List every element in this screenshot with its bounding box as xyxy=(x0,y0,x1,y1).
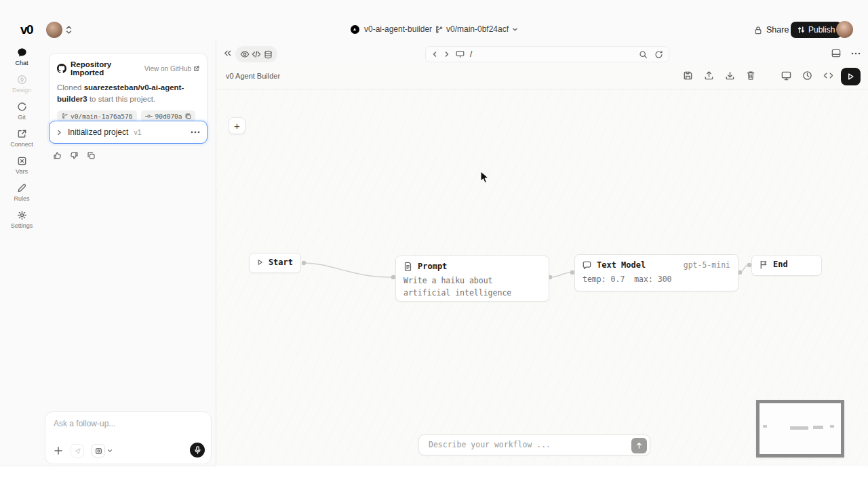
view-on-github-link[interactable]: View on GitHub xyxy=(144,65,199,73)
collapse-panel-icon[interactable] xyxy=(223,49,232,58)
add-node-button[interactable]: + xyxy=(229,117,245,134)
node-text-model[interactable]: Text Model gpt-5-mini temp: 0.7 max: 300 xyxy=(574,254,738,291)
url-path: / xyxy=(470,49,472,59)
branch-selector[interactable]: v0/main-0bf24acf xyxy=(434,24,518,34)
lock-icon xyxy=(754,26,762,35)
commit-badge[interactable]: 90d070a xyxy=(141,110,195,121)
view-mode-toggle xyxy=(235,46,277,62)
node-title: Prompt xyxy=(418,262,447,271)
project-name: v0-ai-agent-builder xyxy=(364,24,432,34)
export-icon[interactable] xyxy=(704,70,714,81)
layout-panel-icon[interactable] xyxy=(831,49,841,58)
left-rail: Chat Design Git Connect Vars Rules Setti… xyxy=(0,41,43,466)
chat-bubble-icon xyxy=(583,261,591,270)
sidebar-item-design[interactable]: Design xyxy=(0,75,43,94)
sidebar-item-connect[interactable]: Connect xyxy=(0,129,43,148)
code-icon[interactable] xyxy=(823,71,833,80)
preview-eye-icon[interactable] xyxy=(240,49,250,59)
user-avatar[interactable] xyxy=(836,21,853,38)
publish-button[interactable]: Publish xyxy=(791,22,842,38)
git-icon xyxy=(0,102,43,112)
trash-icon[interactable] xyxy=(746,70,755,81)
app-window: v0 v0-ai-agent-builder v0/main-0bf24acf … xyxy=(0,0,868,466)
publish-label: Publish xyxy=(808,25,835,35)
node-prompt-text: Write a haiku about artificial intellige… xyxy=(396,275,549,306)
minimap[interactable] xyxy=(756,400,844,458)
nav-forward-icon[interactable] xyxy=(443,51,450,58)
v0-logo[interactable]: v0 xyxy=(20,22,33,37)
branch-badge[interactable]: v0/main-1a76a576 xyxy=(57,110,137,121)
design-mode-icon[interactable] xyxy=(71,444,84,458)
run-workflow-button[interactable] xyxy=(841,68,861,85)
workflow-send-button[interactable] xyxy=(631,438,647,453)
url-bar[interactable]: / xyxy=(425,46,669,62)
attach-plus-icon[interactable] xyxy=(54,446,63,455)
github-icon xyxy=(57,64,66,73)
node-title: End xyxy=(773,260,788,269)
database-icon[interactable] xyxy=(264,50,273,59)
node-model-name: gpt-5-mini xyxy=(684,260,730,270)
connect-icon xyxy=(0,129,43,139)
builder-header: v0 Agent Builder xyxy=(216,64,868,89)
team-switcher-icon[interactable] xyxy=(66,25,72,35)
feedback-row xyxy=(53,151,96,160)
preview-pane: / v0 Agent Builder xyxy=(216,41,868,466)
node-prompt[interactable]: Prompt Write a haiku about artificial in… xyxy=(395,256,549,302)
node-title: Start xyxy=(269,258,293,267)
thumbs-down-icon[interactable] xyxy=(70,151,79,160)
sidebar-item-git[interactable]: Git xyxy=(0,102,43,121)
repo-card-body: Cloned suarezesteban/v0-ai-agent-builder… xyxy=(57,82,199,104)
node-start[interactable]: Start xyxy=(249,253,301,273)
chat-input-container xyxy=(45,411,212,464)
document-icon xyxy=(403,262,412,271)
repo-card-title: Repository Imported xyxy=(71,60,140,77)
commit-icon xyxy=(145,113,153,119)
team-avatar[interactable] xyxy=(46,22,62,38)
screen-icon[interactable] xyxy=(456,50,465,58)
node-end[interactable]: End xyxy=(751,255,822,276)
preview-toolbar: / xyxy=(216,46,868,64)
nav-back-icon[interactable] xyxy=(431,51,438,58)
repository-imported-card: Repository Imported View on GitHub Clone… xyxy=(49,53,208,129)
minimap-node xyxy=(790,426,808,430)
code-view-icon[interactable] xyxy=(252,50,261,58)
builder-title: v0 Agent Builder xyxy=(226,72,280,80)
project-switcher[interactable]: v0-ai-agent-builder xyxy=(351,24,432,34)
branch-name: v0/main-0bf24acf xyxy=(446,24,509,34)
chevron-down-icon xyxy=(107,448,113,453)
version-card-initialized-project[interactable]: Initialized project v1 xyxy=(49,121,208,144)
workflow-canvas[interactable]: + Start xyxy=(216,89,868,466)
node-model-params: temp: 0.7 max: 300 xyxy=(575,274,738,292)
more-options-icon[interactable] xyxy=(851,52,861,55)
share-label: Share xyxy=(766,25,789,35)
minimap-node xyxy=(813,426,823,429)
sidebar-item-settings[interactable]: Settings xyxy=(0,210,43,229)
workflow-input[interactable] xyxy=(429,440,612,449)
monitor-icon[interactable] xyxy=(781,71,791,81)
copy-message-icon[interactable] xyxy=(87,151,96,160)
minimap-node xyxy=(830,425,834,428)
save-icon[interactable] xyxy=(683,70,693,81)
import-icon[interactable] xyxy=(725,70,735,81)
refresh-icon[interactable] xyxy=(654,50,663,59)
copy-icon[interactable] xyxy=(185,113,191,119)
gear-icon xyxy=(0,210,43,220)
chat-icon xyxy=(0,47,43,58)
microphone-button[interactable] xyxy=(190,443,205,458)
rules-icon xyxy=(0,183,43,193)
more-options-icon[interactable] xyxy=(191,131,200,134)
flag-icon xyxy=(760,260,768,269)
share-button[interactable]: Share xyxy=(750,22,793,37)
history-icon[interactable] xyxy=(802,70,812,81)
inspect-icon[interactable] xyxy=(639,50,648,59)
source-selector[interactable] xyxy=(92,444,113,458)
sidebar-item-chat[interactable]: Chat xyxy=(0,47,43,66)
thumbs-up-icon[interactable] xyxy=(53,151,62,160)
chat-input[interactable] xyxy=(54,419,189,428)
workflow-input-container xyxy=(418,434,650,455)
minimap-node xyxy=(763,425,767,428)
sidebar-item-vars[interactable]: Vars xyxy=(0,156,43,175)
publish-icon xyxy=(797,26,805,34)
play-icon xyxy=(257,258,263,266)
sidebar-item-rules[interactable]: Rules xyxy=(0,183,43,202)
